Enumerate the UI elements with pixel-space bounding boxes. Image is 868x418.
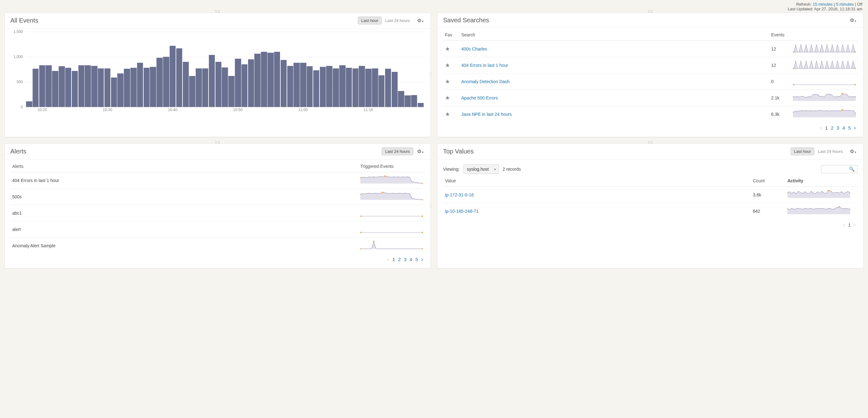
bar[interactable] <box>385 69 391 107</box>
bar[interactable] <box>307 66 313 107</box>
col-fav[interactable]: Fav <box>443 29 459 41</box>
bar[interactable] <box>254 54 260 107</box>
pager-next[interactable]: › <box>854 125 856 131</box>
bar[interactable] <box>346 68 352 107</box>
pager-page[interactable]: 3 <box>404 257 406 262</box>
pager-prev[interactable]: ‹ <box>387 256 389 263</box>
drag-handle-icon[interactable]: ⠿⠿ <box>215 141 220 145</box>
pager-page[interactable]: 4 <box>409 257 412 262</box>
pager-prev[interactable]: ‹ <box>843 221 845 228</box>
col-triggered[interactable]: Triggered Events <box>359 161 425 172</box>
bar[interactable] <box>117 73 124 107</box>
bar[interactable] <box>411 95 417 107</box>
bar[interactable] <box>365 69 372 107</box>
bar[interactable] <box>405 95 411 107</box>
bar[interactable] <box>104 68 111 107</box>
bar[interactable] <box>26 101 32 107</box>
col-value[interactable]: Value <box>443 175 751 187</box>
resize-handle-icon[interactable]: ⠇⠇ <box>428 72 432 78</box>
bar[interactable] <box>418 103 424 107</box>
bar[interactable] <box>39 65 45 107</box>
bar[interactable] <box>189 76 195 107</box>
panel-settings-button[interactable]: ⚙▾ <box>416 17 425 24</box>
search-link[interactable]: Anomaly Detection Dash <box>461 79 509 84</box>
bar[interactable] <box>326 66 332 107</box>
bar[interactable] <box>293 63 300 107</box>
bar[interactable] <box>202 68 209 107</box>
bar[interactable] <box>228 76 235 107</box>
pager-page[interactable]: 2 <box>831 125 834 130</box>
toggle-last-24h[interactable]: Last 24 hours <box>382 17 413 25</box>
drag-handle-icon[interactable]: ⠿⠿ <box>648 141 653 145</box>
bar[interactable] <box>59 66 65 107</box>
bar[interactable] <box>268 53 274 107</box>
col-alerts[interactable]: Alerts <box>10 161 359 172</box>
bar[interactable] <box>398 91 404 107</box>
value-link[interactable]: ip-172-31-0-16 <box>445 192 474 198</box>
star-icon[interactable]: ★ <box>445 46 450 52</box>
toggle-last-hour[interactable]: Last hour <box>358 17 382 25</box>
search-link[interactable]: 400s Charles <box>461 47 487 52</box>
col-search[interactable]: Search <box>459 29 769 41</box>
filter-input[interactable] <box>824 167 849 172</box>
bar[interactable] <box>91 66 97 107</box>
bar[interactable] <box>85 65 91 107</box>
toggle-last-24h[interactable]: Last 24 hours <box>814 148 846 155</box>
bar[interactable] <box>196 68 202 107</box>
pager-page[interactable]: 3 <box>837 125 839 130</box>
search-link[interactable]: Apache 500 Errors <box>461 95 498 100</box>
bar[interactable] <box>111 78 117 107</box>
star-icon[interactable]: ★ <box>445 111 450 117</box>
pager-page[interactable]: 4 <box>842 125 845 130</box>
bar[interactable] <box>33 69 39 107</box>
bar[interactable] <box>300 63 306 107</box>
resize-handle-icon[interactable]: ⠇⠇ <box>428 204 432 209</box>
bar[interactable] <box>72 71 78 107</box>
star-icon[interactable]: ★ <box>445 62 450 68</box>
bar[interactable] <box>176 48 183 107</box>
drag-handle-icon[interactable]: ⠿⠿ <box>215 10 220 14</box>
pager-prev[interactable]: ‹ <box>820 125 822 131</box>
col-events[interactable]: Events <box>769 29 791 41</box>
bar[interactable] <box>137 63 143 107</box>
toggle-last-24h[interactable]: Last 24 hours <box>382 148 413 155</box>
pager-page[interactable]: 5 <box>848 125 851 130</box>
pager-page[interactable]: 2 <box>398 257 401 262</box>
bar[interactable] <box>392 72 398 107</box>
bar[interactable] <box>144 68 150 107</box>
panel-settings-button[interactable]: ⚙▾ <box>848 148 858 155</box>
bar[interactable] <box>333 68 339 107</box>
bar[interactable] <box>235 59 241 107</box>
bar[interactable] <box>274 52 280 107</box>
bar[interactable] <box>98 68 104 107</box>
value-link[interactable]: ip-10-185-248-71 <box>445 209 478 214</box>
refresh-15min-link[interactable]: 15 minutes <box>813 2 833 7</box>
bar[interactable] <box>313 70 319 107</box>
bar[interactable] <box>52 71 58 107</box>
bar[interactable] <box>261 52 267 107</box>
bar[interactable] <box>130 68 137 107</box>
col-count[interactable]: Count <box>751 175 785 187</box>
search-link[interactable]: 404 Errors in last 1 hour <box>461 63 508 68</box>
bar[interactable] <box>150 67 156 107</box>
bar[interactable] <box>163 57 169 107</box>
bar[interactable] <box>378 75 385 107</box>
bar[interactable] <box>215 62 222 107</box>
star-icon[interactable]: ★ <box>445 79 450 85</box>
pager-next[interactable]: › <box>421 256 423 263</box>
panel-settings-button[interactable]: ⚙▾ <box>416 148 425 155</box>
bar[interactable] <box>339 65 346 107</box>
bar[interactable] <box>320 67 326 107</box>
bar[interactable] <box>183 62 189 107</box>
pager-page[interactable]: 5 <box>415 257 418 262</box>
bar[interactable] <box>242 64 248 107</box>
bar[interactable] <box>45 65 52 107</box>
viewing-select[interactable]: syslog.host <box>463 165 499 174</box>
bar[interactable] <box>79 65 85 107</box>
search-link[interactable]: Java NPE in last 24 hours <box>461 112 512 117</box>
toggle-last-hour[interactable]: Last hour <box>790 148 814 155</box>
panel-settings-button[interactable]: ⚙▾ <box>848 17 858 24</box>
pager-next[interactable]: › <box>854 221 856 228</box>
bar[interactable] <box>156 58 163 107</box>
drag-handle-icon[interactable]: ⠿⠿ <box>648 10 653 14</box>
